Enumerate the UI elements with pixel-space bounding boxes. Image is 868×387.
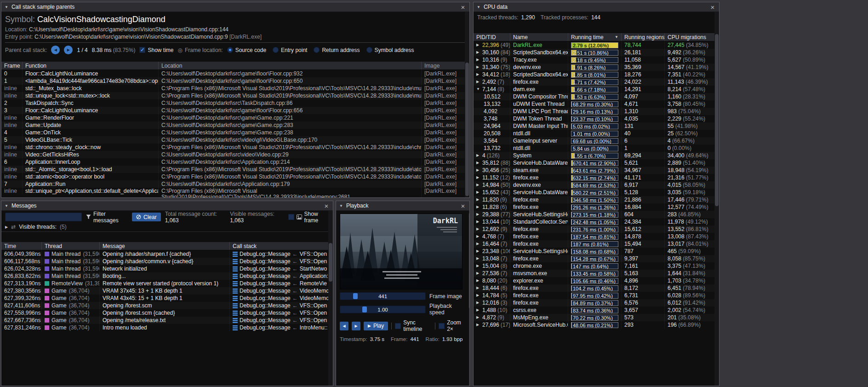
sync-timeline-checkbox[interactable]: ✓ Sync timeline [395, 319, 432, 332]
expand-tree-icon[interactable]: ▶ [476, 306, 481, 314]
expand-tree-icon[interactable]: ▶ [476, 270, 481, 277]
table-row[interactable]: 2TaskDispatch::SyncC:\Users\wolf\Desktop… [1, 99, 465, 107]
playback-titlebar[interactable]: ▼ Playback × [336, 201, 469, 211]
expand-tree-icon[interactable]: ▶ [476, 174, 481, 181]
table-row[interactable]: ▶13,048(7)firefox.exe154.28 ms (0.67%)9,… [474, 255, 714, 262]
expand-tree-icon[interactable]: ▶ [476, 277, 481, 284]
table-row[interactable]: ▶23,348(106)ServiceHub.SettingsHost158.0… [474, 248, 714, 255]
close-icon[interactable]: × [460, 202, 466, 209]
visible-threads-expander[interactable]: ▶ ⇄ Visible threads: (5) [1, 223, 333, 232]
collapse-icon[interactable]: ▼ [5, 5, 8, 9]
table-row[interactable]: ▶22,396(49)DarkRL.exe2.79 s (12.06%)78,7… [474, 41, 714, 49]
table-row[interactable]: ▼7,144(8)dwm.exe1.66 s (7.18%)14,2918,21… [474, 86, 714, 93]
table-row[interactable]: 3,564GameInput server69.68 us (0.00%)64 … [474, 137, 714, 144]
callstack-cell[interactable]: DebugLog::Message←VFS::Open [230, 250, 328, 258]
expand-tree-icon[interactable]: ▶ [476, 255, 481, 262]
table-row[interactable]: ▶14,984(50)devenv.exe584.69 ms (2.53%)6,… [474, 181, 714, 189]
table-row[interactable]: inlinestd::unique_ptr<Application,std::d… [1, 188, 465, 197]
callstack-cell[interactable]: DebugLog::Message←RemoteVie [230, 280, 328, 287]
expand-tree-icon[interactable]: ▶ [476, 167, 481, 174]
table-row[interactable]: ▶27,536(7)msvsmon.exe133.45 ms (0.58%)5,… [474, 270, 714, 277]
column-header-pid[interactable]: PID/TID [474, 33, 510, 41]
next-frame-button[interactable]: ▶ [352, 322, 360, 330]
collapse-icon[interactable]: ▼ [477, 5, 480, 9]
table-row[interactable]: inlineGame::UpdateC:\Users\wolf\Desktop\… [1, 121, 465, 129]
message-filter-input[interactable] [5, 213, 82, 221]
table-row[interactable]: 4Game::OnTickC:\Users\wolf\Desktop\darkr… [1, 129, 465, 136]
table-row[interactable]: 20,508ntdll.dll1.01 ms (0.00%)4025 (62.5… [474, 130, 714, 137]
expand-tree-icon[interactable]: ▶ [476, 71, 481, 78]
callstack-cell[interactable]: DebugLog::Message←VFS::Open [230, 309, 328, 317]
table-row[interactable]: 626,833,622nsMain thread(31,596)Booting.… [1, 272, 328, 280]
table-row[interactable]: 627,558,996nsGame(36,704)Opening /forest… [1, 309, 328, 317]
callstack-titlebar[interactable]: ▼ Call stack sample parents × [1, 2, 469, 12]
expand-tree-icon[interactable]: ▶ [476, 159, 481, 167]
playback-speed-slider[interactable]: 1.00 [340, 306, 426, 313]
clear-button[interactable]: Clear [132, 213, 161, 221]
frame-image-slider[interactable]: 441 [340, 292, 426, 300]
radio-option[interactable]: Symbol address [366, 47, 414, 53]
table-row[interactable]: ▶4(126)System1.55 s (6.70%)69,29434,400 … [474, 152, 714, 159]
prev-callstack-button[interactable]: ◀ [51, 46, 60, 54]
expand-tree-icon[interactable]: ▶ [476, 262, 481, 270]
close-icon[interactable]: × [709, 4, 716, 11]
table-row[interactable]: 627,831,246nsGame(36,704)Intro menu load… [1, 324, 328, 331]
table-row[interactable]: 627,399,326nsGame(36,704)VRAM 43x45: 15 … [1, 295, 328, 302]
cpu-scrollbar[interactable] [714, 12, 719, 386]
table-row[interactable]: inlinestd::atomic<bool>::operator boolC:… [1, 173, 465, 180]
messages-scrollbar[interactable] [328, 211, 333, 386]
table-row[interactable]: ▶15,652(43)ServiceHub.DataWarehou580.22 … [474, 189, 714, 196]
table-row[interactable]: ▶35,812(88)ServiceHub.DataWarehou670.41 … [474, 159, 714, 167]
table-row[interactable]: 1<lambda_84a19dc444fae966ca174e83e708bdc… [1, 77, 465, 85]
expand-tree-icon[interactable]: ▶ [476, 41, 481, 49]
expand-tree-icon[interactable]: ▶ [476, 64, 481, 71]
radio-option[interactable]: Source code [227, 47, 266, 53]
table-row[interactable]: ▶30,456(25)steam.exe643.61 ms (2.79%)34,… [474, 167, 714, 174]
column-header-cpu-migrations[interactable]: CPU migrations [665, 33, 714, 41]
expand-tree-icon[interactable]: ▶ [476, 56, 481, 64]
expand-tree-icon[interactable]: ▶ [476, 211, 481, 218]
radio-option[interactable]: Entry point [273, 47, 307, 53]
table-row[interactable]: inlinestd::unique_lock<std::mutex>::lock… [1, 92, 465, 99]
collapse-icon[interactable]: ▼ [5, 204, 8, 208]
filter-messages-button[interactable]: Filter messages [86, 211, 128, 224]
table-row[interactable]: 606,049,398nsMain thread(31,596)Opening … [1, 250, 328, 258]
expand-tree-icon[interactable]: ▶ [476, 225, 481, 233]
show-time-checkbox[interactable]: ✓ Show time [139, 47, 173, 53]
callstack-cell[interactable]: DebugLog::Message←VideoMemo [230, 295, 328, 302]
table-row[interactable]: ▶2,492(7)firefox.exe1.71 s (7.42%)24,022… [474, 78, 714, 86]
callstack-cell[interactable]: DebugLog::Message←Application: [230, 272, 328, 280]
radio-option[interactable]: Return address [314, 47, 360, 53]
callstack-cell[interactable]: DebugLog::Message←VFS::Open [230, 258, 328, 265]
callstack-cell[interactable]: DebugLog::Message←VFS::Open [230, 302, 328, 309]
expand-tree-icon[interactable]: ▶ [476, 78, 481, 86]
table-row[interactable]: 606,117,568nsMain thread(31,596)Opening … [1, 258, 328, 265]
scrollbar-thumb[interactable] [469, 213, 469, 309]
table-row[interactable]: 10,512DWM Compositor Thread1.53 s (6.63%… [474, 93, 714, 100]
table-row[interactable]: 627,313,190nsRemoteView(31,392)Remote vi… [1, 280, 328, 287]
expand-tree-icon[interactable]: ▶ [476, 233, 481, 240]
table-row[interactable]: 4,092DWM LPC Port Thread29.16 ms (0.13%)… [474, 108, 714, 115]
table-row[interactable]: inlineVideo::GetTicksHiResC:\Users\wolf\… [1, 151, 465, 158]
radio-button[interactable] [366, 47, 372, 53]
close-icon[interactable]: × [460, 4, 466, 11]
table-row[interactable]: ▶14,784(5)firefox.exe97.95 ms (0.42%)6,7… [474, 292, 714, 299]
table-row[interactable]: 627,380,356nsGame(36,704)VRAM 37x45: 13 … [1, 287, 328, 295]
expand-tree-icon[interactable]: ▶ [476, 49, 481, 56]
table-row[interactable]: ▶8,080(20)explorer.exe105.66 ms (0.46%)4… [474, 277, 714, 284]
collapse-icon[interactable]: ▼ [339, 204, 343, 208]
next-callstack-button[interactable]: ▶ [64, 46, 73, 54]
table-row[interactable]: 5VideoGLBase::TickC:\Users\wolf\Desktop\… [1, 136, 465, 144]
expand-tree-icon[interactable]: ▶ [476, 152, 481, 159]
playback-scrollbar[interactable] [468, 211, 469, 386]
table-row[interactable]: 6Application::InnerLoopC:\Users\wolf\Des… [1, 158, 465, 166]
expand-tree-icon[interactable]: ▶ [476, 321, 481, 329]
table-row[interactable]: 627,411,606nsGame(36,704)Opening /forest… [1, 302, 328, 309]
radio-button[interactable] [314, 47, 320, 53]
table-row[interactable]: ▶34,412(18)ScriptedSandbox64.exe1.85 s (… [474, 71, 714, 78]
close-icon[interactable]: × [323, 202, 330, 209]
table-row[interactable]: ▶10,316(9)Tracy.exe2.18 s (9.45%)11,0585… [474, 56, 714, 64]
column-header-running-regions[interactable]: Running regions [622, 33, 665, 41]
expand-tree-icon[interactable]: ▶ [476, 181, 481, 189]
expand-tree-icon[interactable]: ▶ [476, 299, 481, 306]
